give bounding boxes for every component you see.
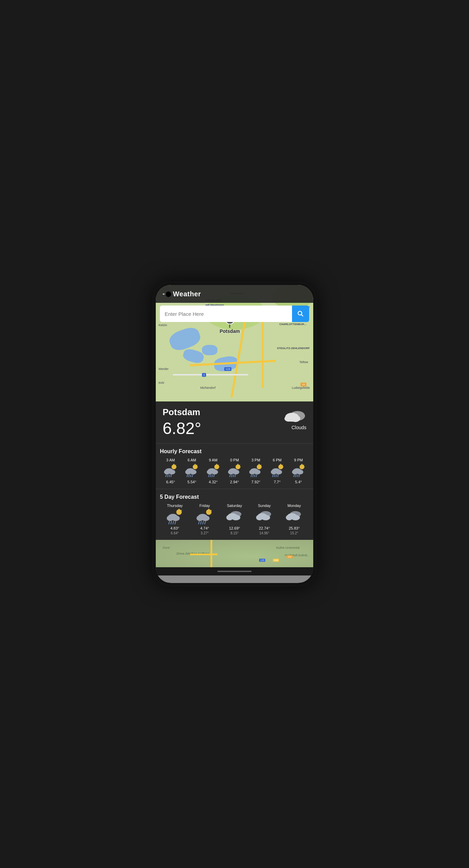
svg-line-74 [278, 475, 278, 477]
svg-line-4 [301, 314, 303, 316]
svg-point-48 [232, 470, 239, 474]
hourly-temp: 7.7° [274, 480, 281, 484]
svg-point-81 [296, 470, 303, 474]
clouds-icon-large [282, 406, 306, 427]
hourly-time: 0 PM [230, 458, 239, 462]
svg-line-85 [299, 475, 300, 477]
fiveday-temp-high: 4.83° [170, 526, 179, 530]
fiveday-item: Sunday 22.74° 14.96° [255, 504, 273, 535]
hourly-temp: 6.45° [166, 480, 175, 484]
fiveday-temp-low: 8.15° [230, 531, 238, 535]
fiveday-temp-low: 15.2° [290, 531, 298, 535]
hourly-time: 6 PM [273, 458, 282, 462]
svg-point-15 [168, 470, 175, 474]
bottom-map-label-nuthe: Nuthe-Urstromtal [276, 546, 300, 549]
fiveday-day: Sunday [258, 504, 271, 508]
cloud-rain-sun-fiveday-icon [166, 509, 184, 525]
svg-point-91 [172, 516, 180, 521]
svg-point-86 [176, 509, 182, 515]
camera [165, 291, 172, 297]
hourly-item: 9 AM 4.32° [206, 458, 221, 484]
double-cloud-icon [285, 509, 303, 525]
hourly-item: 6 AM 5.54° [184, 458, 199, 484]
map-label-steglitz: STEGLITZ-ZEHLENDORF [277, 347, 310, 350]
search-button[interactable] [292, 306, 309, 322]
cloud-rain-icon [270, 463, 285, 479]
fiveday-temp-high: 4.74° [200, 526, 209, 530]
svg-line-17 [167, 475, 168, 477]
hourly-time: 9 PM [294, 458, 303, 462]
svg-line-71 [272, 475, 273, 477]
svg-point-70 [275, 470, 282, 474]
svg-line-94 [173, 521, 174, 524]
fiveday-item: Saturday 12.69° 8.15° [226, 504, 243, 535]
svg-line-16 [166, 475, 166, 477]
hourly-time: 6 AM [188, 458, 196, 462]
svg-line-44 [239, 465, 240, 466]
map-badge-115: 115 [224, 367, 231, 371]
bottom-badge-115: 115 [259, 559, 265, 562]
svg-line-27 [187, 475, 188, 477]
svg-point-113 [261, 515, 270, 520]
svg-line-11 [175, 465, 176, 466]
hourly-item: 3 AM 6.45° [163, 458, 178, 484]
svg-line-49 [230, 475, 230, 477]
svg-point-59 [254, 470, 261, 474]
map-section: 115 2 10 Ketzin Werder Königswaldmit Hav… [156, 285, 313, 401]
svg-line-50 [231, 475, 232, 477]
hourly-item: 0 PM 2.94° [227, 458, 242, 484]
pin-tail [229, 324, 230, 328]
svg-line-30 [192, 475, 193, 477]
fiveday-temp-high: 22.74° [259, 526, 270, 530]
svg-point-96 [206, 509, 212, 515]
fiveday-day: Friday [200, 504, 210, 508]
svg-line-38 [208, 475, 209, 477]
fiveday-temp-low: 6.64° [171, 531, 179, 535]
current-weather-icon: Clouds [282, 406, 306, 430]
double-cloud-icon [226, 509, 243, 525]
pin-label: Potsdam [220, 328, 240, 334]
svg-line-29 [190, 475, 191, 477]
svg-point-117 [291, 515, 300, 520]
hourly-temp: 7.92° [251, 480, 260, 484]
hourly-row: 3 AM 6.45° 6 AM 5.5 [160, 458, 309, 484]
map-label-teltow: Teltow [299, 360, 308, 364]
bottom-road-2 [190, 554, 217, 555]
svg-line-51 [233, 475, 234, 477]
svg-line-22 [197, 465, 197, 466]
search-icon [297, 310, 304, 318]
fiveday-temp-high: 12.69° [229, 526, 240, 530]
hourly-time: 3 PM [251, 458, 260, 462]
svg-line-28 [189, 475, 189, 477]
map-badge-2: 2 [202, 373, 206, 377]
svg-line-66 [282, 465, 283, 466]
map-water-2 [182, 348, 205, 364]
map-water-3 [202, 345, 217, 355]
screen: 115 2 10 Ketzin Werder Königswaldmit Hav… [156, 285, 313, 583]
svg-line-98 [211, 510, 212, 511]
svg-line-39 [210, 475, 211, 477]
svg-line-62 [254, 475, 255, 477]
hourly-item: 9 PM 5.4° [291, 458, 306, 484]
fiveday-item: Monday 25.83° 15.2° [285, 504, 303, 535]
search-input[interactable] [160, 311, 292, 317]
svg-line-105 [205, 521, 205, 524]
fiveday-day: Monday [288, 504, 301, 508]
phone-frame: 115 2 10 Ketzin Werder Königswaldmit Hav… [152, 282, 317, 586]
svg-line-102 [199, 521, 199, 524]
hourly-item: 3 PM 7.92° [248, 458, 263, 484]
map-road-sm [173, 374, 248, 375]
svg-line-72 [274, 475, 275, 477]
svg-line-73 [276, 475, 277, 477]
app-title: Weather [173, 290, 201, 298]
app-topbar: ← Weather [156, 285, 313, 303]
fiveday-temp-high: 25.83° [289, 526, 300, 530]
map-label-beutz: eutz [159, 381, 164, 384]
map-label-charlottenburg: CHARLOTTENBUR... [279, 323, 306, 326]
map-label-michendorf: Michendorf [200, 386, 216, 389]
fiveday-forecast-section: 5 Day Forecast Thursday 4.83° 6.64° Frid… [156, 489, 313, 540]
hourly-forecast-section: Hourly Forecast 3 AM 6.45° 6 AM [156, 443, 313, 489]
svg-line-95 [175, 521, 176, 524]
map-water-1 [167, 325, 202, 353]
svg-line-33 [218, 465, 219, 466]
